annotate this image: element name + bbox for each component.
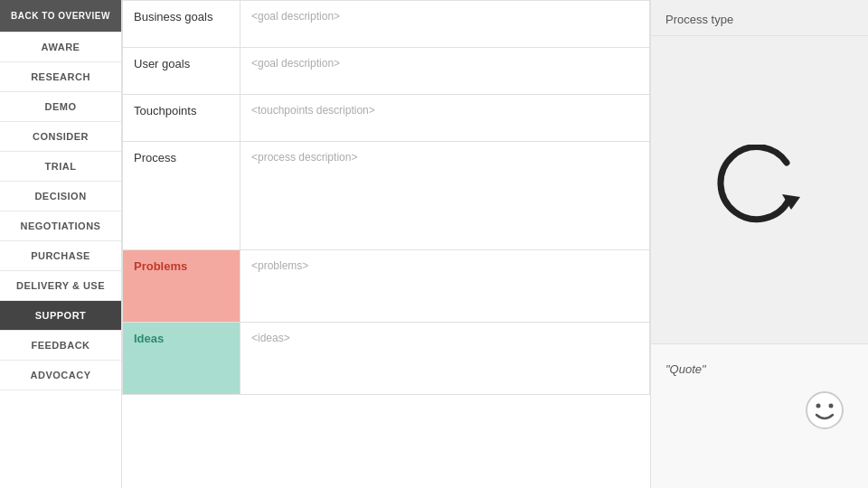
sidebar-item-demo[interactable]: DEMO — [0, 92, 121, 122]
main-content: Business goals <goal description> User g… — [122, 0, 868, 488]
quote-area: "Quote" — [651, 343, 868, 488]
sidebar-item-feedback[interactable]: FEEDBACK — [0, 331, 121, 361]
table-row: User goals <goal description> — [123, 48, 650, 95]
sidebar-item-trial[interactable]: TRIAL — [0, 152, 121, 182]
row-label-business-goals: Business goals — [123, 1, 241, 48]
table-row: Ideas <ideas> — [123, 323, 650, 395]
smiley-container — [665, 390, 854, 430]
row-label-ideas: Ideas — [123, 323, 241, 395]
sidebar-item-decision[interactable]: DECISION — [0, 182, 121, 211]
back-to-overview-button[interactable]: BACK TO OVERVIEW — [0, 0, 121, 33]
row-desc-user-goals[interactable]: <goal description> — [241, 48, 650, 95]
table-row: Touchpoints <touchpoints description> — [123, 95, 650, 142]
table-row: Business goals <goal description> — [123, 1, 650, 48]
row-desc-business-goals[interactable]: <goal description> — [241, 1, 650, 48]
svg-point-2 — [816, 404, 821, 408]
row-label-process: Process — [123, 142, 241, 250]
sidebar-item-consider[interactable]: CONSIDER — [0, 122, 121, 152]
sidebar-item-aware[interactable]: AWARE — [0, 33, 121, 62]
svg-point-3 — [829, 404, 834, 408]
sidebar-item-delivery-use[interactable]: DELIVERY & USE — [0, 271, 121, 301]
row-desc-ideas[interactable]: <ideas> — [241, 323, 650, 395]
row-label-user-goals: User goals — [123, 48, 241, 95]
svg-point-1 — [807, 392, 843, 428]
sidebar-item-support[interactable]: SUPPORT — [0, 301, 121, 331]
row-label-problems: Problems — [123, 250, 241, 323]
sidebar-item-research[interactable]: RESEARCH — [0, 62, 121, 92]
row-desc-problems[interactable]: <problems> — [241, 250, 650, 323]
process-type-body — [651, 36, 868, 343]
table-area: Business goals <goal description> User g… — [122, 0, 651, 488]
row-desc-touchpoints[interactable]: <touchpoints description> — [241, 95, 650, 142]
circular-arrow-icon — [714, 145, 805, 235]
sidebar: BACK TO OVERVIEW AWARE RESEARCH DEMO CON… — [0, 0, 122, 488]
smiley-icon — [805, 390, 844, 430]
sidebar-item-purchase[interactable]: PURCHASE — [0, 241, 121, 271]
table-row: Process <process description> — [123, 142, 650, 250]
right-panel: Process type "Quote" — [651, 0, 868, 488]
sidebar-item-negotiations[interactable]: NEGOTIATIONS — [0, 211, 121, 241]
row-label-touchpoints: Touchpoints — [123, 95, 241, 142]
table-row: Problems <problems> — [123, 250, 650, 323]
journey-table: Business goals <goal description> User g… — [122, 0, 650, 395]
process-type-header: Process type — [651, 0, 868, 36]
row-desc-process[interactable]: <process description> — [241, 142, 650, 250]
quote-text: "Quote" — [665, 362, 854, 376]
sidebar-item-advocacy[interactable]: ADVOCACY — [0, 361, 121, 390]
